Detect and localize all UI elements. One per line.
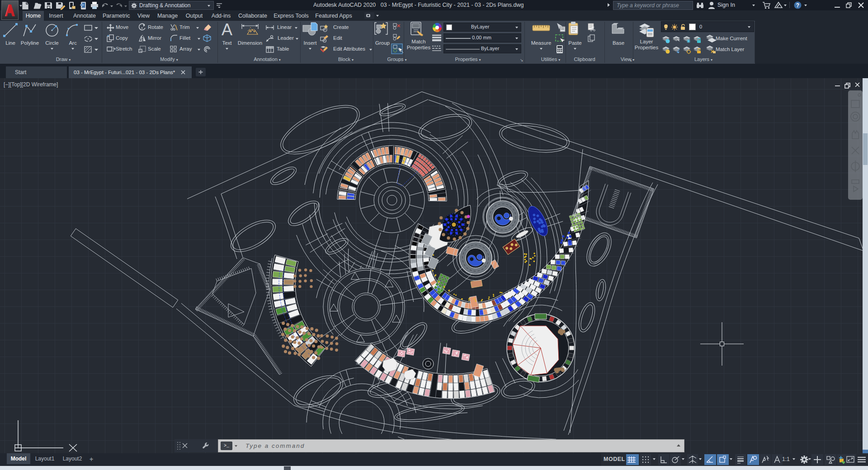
svg-text:A: A (222, 20, 232, 39)
